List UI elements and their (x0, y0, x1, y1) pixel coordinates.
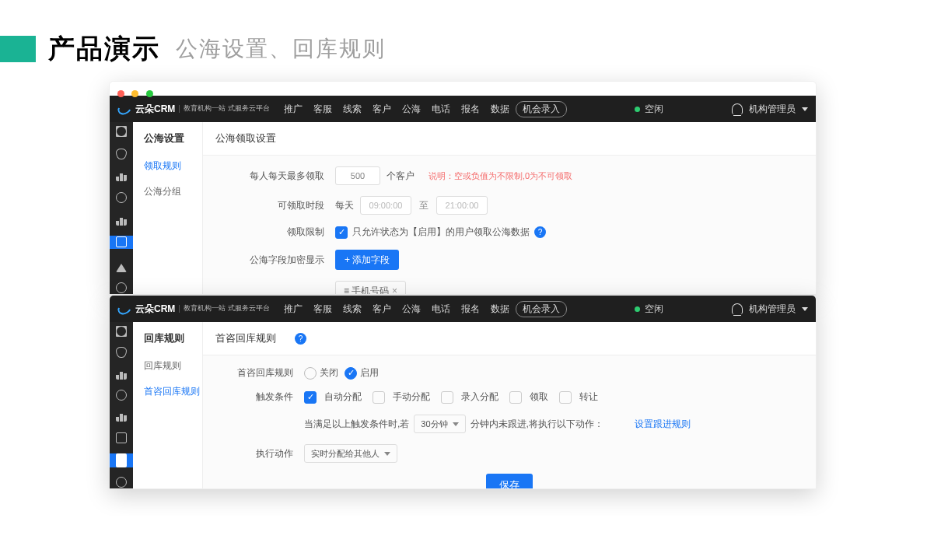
nav-item[interactable]: 报名 (461, 303, 480, 316)
help-icon[interactable]: ? (295, 333, 306, 345)
trigger-checkbox[interactable] (559, 391, 572, 404)
action-select[interactable]: 实时分配给其他人 (304, 444, 397, 463)
sidebar-chart-icon[interactable] (110, 214, 133, 226)
trigger-checkbox[interactable] (441, 391, 453, 404)
status-text: 空闲 (645, 303, 663, 316)
sentence-b: 分钟内未跟进,将执行以下动作： (471, 418, 603, 431)
minimize-icon[interactable] (131, 90, 138, 97)
radio-off-label: 关闭 (320, 366, 338, 380)
bell-icon[interactable] (732, 303, 743, 314)
icon-sidebar (110, 122, 133, 294)
user-label[interactable]: 机构管理员 (749, 103, 796, 116)
window-return-rule: 云朵CRM 教育机构一站 式服务云平台 推广客服线索客户公海电话报名数据 机会录… (109, 295, 817, 489)
sidebar-shield-icon[interactable] (110, 346, 133, 358)
slide-subtitle: 公海设置、回库规则 (176, 34, 386, 64)
time-from-input[interactable] (360, 196, 411, 215)
sidebar-chart-icon[interactable] (110, 368, 133, 380)
radio-on-label: 启用 (360, 366, 379, 380)
trigger-label-text: 转让 (579, 390, 598, 404)
note-prefix: 说明： (429, 171, 454, 180)
note-text: 空或负值为不限制,0为不可领取 (454, 171, 572, 180)
sidebar-tri-icon[interactable] (110, 258, 133, 272)
max-claim-unit: 个客户 (387, 170, 415, 183)
trigger-checkbox[interactable] (509, 391, 522, 404)
opportunity-button[interactable]: 机会录入 (516, 101, 567, 117)
rule-label: 首咨回库规则 (211, 366, 304, 380)
chevron-down-icon[interactable] (802, 307, 808, 311)
save-button[interactable]: 保存 (486, 474, 533, 489)
time-to-input[interactable] (436, 196, 488, 215)
content-title: 首咨回库规则 (215, 331, 276, 345)
status-text: 空闲 (645, 103, 663, 116)
limit-checkbox[interactable] (335, 226, 348, 239)
nav-item[interactable]: 公海 (402, 103, 421, 116)
sidebar-person-icon[interactable] (110, 389, 133, 401)
help-icon[interactable]: ? (534, 226, 546, 238)
nav-item[interactable]: 推广 (284, 303, 303, 316)
nav-item[interactable]: 客服 (313, 103, 332, 116)
sidebar-tri-icon[interactable] (110, 453, 133, 467)
content-title: 公海领取设置 (203, 122, 816, 156)
sidebar-house-icon[interactable] (110, 432, 133, 443)
remove-icon[interactable]: × (392, 285, 397, 295)
claim-time-label: 可领取时段 (211, 199, 335, 212)
subnav-item-sea-group[interactable]: 公海分组 (133, 179, 202, 205)
radio-on[interactable] (345, 367, 357, 380)
nav-item[interactable]: 电话 (432, 303, 450, 316)
window-sea-settings: 云朵CRM 教育机构一站 式服务云平台 推广客服线索客户公海电话报名数据 机会录… (109, 81, 817, 295)
sidebar-grid-icon[interactable] (110, 125, 133, 138)
logo-icon (116, 101, 133, 117)
user-label[interactable]: 机构管理员 (749, 303, 796, 316)
sidebar-chart-icon[interactable] (110, 411, 133, 422)
nav-item[interactable]: 线索 (343, 103, 362, 116)
trigger-checkbox[interactable] (304, 391, 317, 404)
main-nav: 推广客服线索客户公海电话报名数据 (284, 303, 509, 316)
app-topbar: 云朵CRM 教育机构一站 式服务云平台 推广客服线索客户公海电话报名数据 机会录… (110, 96, 816, 122)
nav-item[interactable]: 公海 (402, 303, 421, 316)
sidebar-person-icon[interactable] (110, 282, 133, 294)
action-value: 实时分配给其他人 (311, 448, 380, 460)
subnav-item-first-inquiry[interactable]: 首咨回库规则 (133, 379, 202, 404)
set-follow-rule-link[interactable]: 设置跟进规则 (635, 418, 691, 431)
nav-item[interactable]: 数据 (491, 303, 509, 316)
nav-item[interactable]: 线索 (343, 303, 362, 316)
sidebar-person-icon[interactable] (110, 191, 133, 204)
add-field-button[interactable]: + 添加字段 (335, 250, 399, 270)
nav-item[interactable]: 客服 (313, 303, 332, 316)
subnav: 回库规则 回库规则 首咨回库规则 (133, 322, 203, 488)
max-claim-input[interactable] (335, 166, 380, 185)
subnav-item-claim-rule[interactable]: 领取规则 (133, 153, 202, 179)
nav-item[interactable]: 推广 (284, 103, 303, 116)
status-indicator: 空闲 (635, 103, 663, 116)
app-logo: 云朵CRM 教育机构一站 式服务云平台 (117, 103, 270, 116)
sidebar-chart-icon[interactable] (110, 170, 133, 182)
zoom-icon[interactable] (146, 90, 153, 97)
time-sep: 至 (419, 199, 429, 212)
logo-subtext: 教育机构一站 式服务云平台 (179, 305, 270, 312)
sidebar-shield-icon[interactable] (110, 147, 133, 159)
nav-item[interactable]: 报名 (461, 103, 480, 116)
status-dot-icon (635, 306, 640, 312)
sidebar-house-icon[interactable] (110, 236, 133, 248)
sentence-a: 当满足以上触发条件时,若 (304, 418, 409, 431)
opportunity-button[interactable]: 机会录入 (516, 301, 567, 317)
subnav-item-return-rule[interactable]: 回库规则 (133, 353, 202, 379)
app-logo: 云朵CRM 教育机构一站 式服务云平台 (117, 303, 270, 316)
sidebar-person-icon[interactable] (110, 477, 133, 488)
field-chip-phone: ≡ 手机号码 × (335, 281, 406, 295)
bell-icon[interactable] (732, 103, 743, 114)
chevron-down-icon (384, 452, 390, 456)
close-icon[interactable] (117, 90, 124, 97)
status-dot-icon (635, 107, 640, 112)
radio-off[interactable] (304, 367, 317, 380)
nav-item[interactable]: 电话 (432, 103, 450, 116)
trigger-label-text: 录入分配 (461, 390, 498, 404)
nav-item[interactable]: 数据 (491, 103, 509, 116)
trigger-checkbox[interactable] (373, 391, 385, 404)
chevron-down-icon[interactable] (802, 107, 808, 111)
drag-icon[interactable]: ≡ (344, 285, 348, 295)
duration-select[interactable]: 30分钟 (414, 415, 465, 433)
nav-item[interactable]: 客户 (373, 303, 391, 316)
sidebar-grid-icon[interactable] (110, 325, 133, 337)
nav-item[interactable]: 客户 (373, 103, 391, 116)
